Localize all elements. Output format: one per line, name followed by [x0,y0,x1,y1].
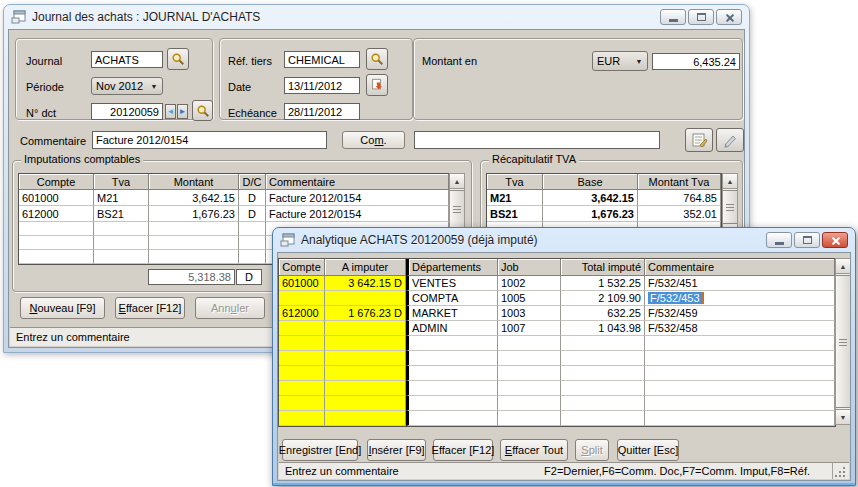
cell[interactable] [498,366,561,381]
cell[interactable]: 1 532.25 [561,276,645,291]
analytique-window[interactable]: Analytique ACHATS 20120059 (déjà imputé)… [272,227,856,486]
cell[interactable]: F/532/453 [645,291,835,306]
cell[interactable] [645,366,835,381]
cell[interactable] [325,366,406,381]
scrollbar-thumb[interactable] [836,275,850,408]
maximize-button[interactable] [794,232,820,248]
cell[interactable]: 2 109.90 [561,291,645,306]
empty-row[interactable] [279,381,835,396]
cell[interactable]: 612000 [279,306,325,321]
cell[interactable] [561,396,645,411]
cell[interactable]: 1005 [498,291,561,306]
empty-row[interactable] [279,411,835,426]
montant-input[interactable]: 6,435.24 [652,53,740,70]
empty-row[interactable] [279,366,835,381]
cell[interactable] [406,336,498,351]
cell[interactable] [561,366,645,381]
cell[interactable]: 3,642.15 [149,190,239,206]
cell[interactable] [279,351,325,366]
cell[interactable] [94,222,149,236]
cell[interactable]: D [239,190,266,206]
table-row[interactable]: ADMIN10071 043.98F/532/458 [279,321,835,336]
nouveau-f9-button[interactable]: Nouveau [F9] [20,297,105,319]
echeance-input[interactable]: 28/11/2012 [284,103,360,120]
table-row[interactable]: 6120001 676.23 DMARKET1003632.25F/532/45… [279,306,835,321]
cell[interactable] [325,336,406,351]
cell[interactable] [325,381,406,396]
cell[interactable]: 1 043.98 [561,321,645,336]
scroll-up-icon[interactable]: ▲ [723,174,737,189]
cell[interactable] [325,351,406,366]
resize-grip[interactable] [835,467,847,479]
scrollbar-thumb[interactable] [450,190,464,228]
cell[interactable] [561,381,645,396]
cell[interactable] [406,366,498,381]
cell[interactable] [498,411,561,426]
cell[interactable] [406,396,498,411]
devise-select[interactable]: EUR ▼ [592,51,648,71]
cell[interactable] [94,250,149,264]
pen-button[interactable] [716,128,744,152]
maximize-button[interactable] [688,9,714,25]
date-input[interactable]: 13/11/2012 [284,77,360,94]
cell[interactable]: M21 [487,190,543,206]
cell[interactable]: F/532/459 [645,306,835,321]
cell[interactable] [239,250,266,264]
next-doc-button[interactable]: ► [177,104,188,119]
cell[interactable]: BS21 [94,206,149,222]
cell[interactable] [279,396,325,411]
effacer-f12-button[interactable]: Effacer [F12] [115,297,185,319]
cell[interactable] [325,321,406,336]
selected-cell-value[interactable]: F/532/453 [648,292,704,304]
cell[interactable] [498,336,561,351]
previous-doc-button[interactable]: ◄ [165,104,176,119]
cell[interactable] [149,222,239,236]
cell[interactable]: 601000 [19,190,94,206]
cell[interactable] [645,336,835,351]
cell[interactable] [645,411,835,426]
ins-rer-f9-button[interactable]: Insérer [F9] [367,439,426,461]
cell[interactable] [279,336,325,351]
cell[interactable] [645,381,835,396]
cell[interactable] [239,222,266,236]
journal-input[interactable]: ACHATS [91,51,163,68]
empty-row[interactable] [279,351,835,366]
cell[interactable]: 352.01 [638,206,721,222]
cell[interactable] [19,250,94,264]
cell[interactable] [279,366,325,381]
scrollbar-thumb[interactable] [723,190,737,224]
journal-search-button[interactable] [167,48,189,70]
cell[interactable] [94,236,149,250]
cell[interactable]: D [239,206,266,222]
cell[interactable] [325,291,406,306]
cell[interactable] [498,381,561,396]
cell[interactable] [149,250,239,264]
cell[interactable] [561,411,645,426]
cell[interactable]: Facture 2012/0154 [266,190,449,206]
cell[interactable] [279,291,325,306]
cell[interactable] [325,396,406,411]
cell[interactable] [561,336,645,351]
cell[interactable]: 1002 [498,276,561,291]
cell[interactable] [19,222,94,236]
cell[interactable]: Facture 2012/0154 [266,206,449,222]
table-row[interactable]: M213,642.15764.85 [487,190,721,206]
cell[interactable] [406,411,498,426]
empty-row[interactable] [279,336,835,351]
enregistrer-end-button[interactable]: Enregistrer [End] [282,439,358,461]
cell[interactable] [325,411,406,426]
close-button[interactable] [716,9,742,25]
table-row[interactable]: 612000BS211,676.23DFacture 2012/0154 [19,206,449,222]
cell[interactable] [279,321,325,336]
cell[interactable]: COMPTA [406,291,498,306]
cell[interactable] [645,351,835,366]
quitter-esc-button[interactable]: Quitter [Esc] [617,439,679,461]
com-button[interactable]: Com. [342,131,405,149]
cell[interactable] [149,236,239,250]
cell[interactable]: 1 676.23 D [325,306,406,321]
cell[interactable] [279,381,325,396]
note-button[interactable] [685,128,713,152]
effacer-f12-button[interactable]: Effacer [F12] [433,439,493,461]
cell[interactable]: F/532/451 [645,276,835,291]
cell[interactable] [406,381,498,396]
